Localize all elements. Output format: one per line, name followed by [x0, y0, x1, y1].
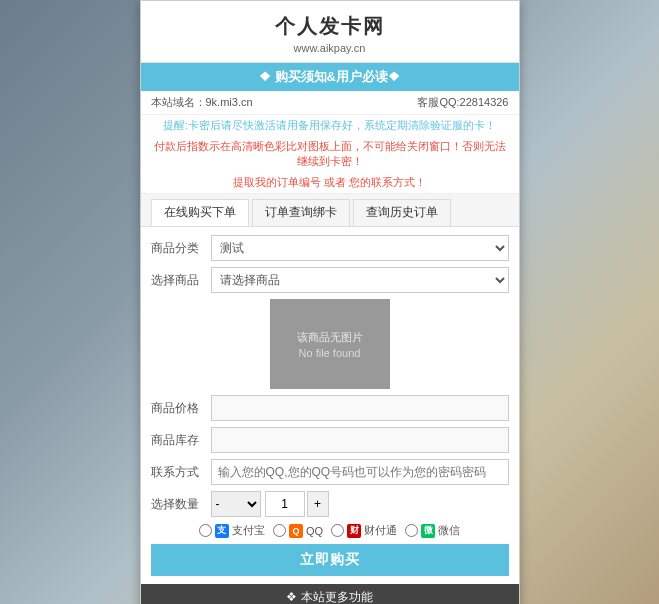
qty-plus-button[interactable]: + — [307, 491, 329, 517]
product-image-en: No file found — [299, 347, 361, 359]
wechat-icon: 微 — [421, 524, 435, 538]
cft-label: 财付通 — [364, 523, 397, 538]
stock-input[interactable] — [211, 427, 509, 453]
pay-option-wechat[interactable]: 微 微信 — [405, 523, 460, 538]
contact-input[interactable] — [211, 459, 509, 485]
product-label: 选择商品 — [151, 272, 211, 289]
tab-query-card[interactable]: 订单查询绑卡 — [252, 199, 350, 226]
center-panel: 个人发卡网 www.aikpay.cn ❖ 购买须知&用户必读❖ 本站域名：9k… — [140, 0, 520, 604]
qty-row: 选择数量 - + — [151, 491, 509, 517]
tab-history[interactable]: 查询历史订单 — [353, 199, 451, 226]
qq-label: QQ — [306, 525, 323, 537]
pay-radio-qq[interactable] — [273, 524, 286, 537]
notice-2: 付款后指数示在高清晰色彩比对图板上面，不可能给关闭窗口！否则无法继续到卡密！ — [141, 136, 519, 172]
stock-label: 商品库存 — [151, 432, 211, 449]
qq-icon: Q — [289, 524, 303, 538]
notice-1: 提醒:卡密后请尽快激活请用备用保存好，系统定期清除验证服的卡！ — [141, 115, 519, 136]
notice-3: 提取我的订单编号 或者 您的联系方式！ — [141, 172, 519, 194]
pay-methods: 支 支付宝 Q QQ 财 财付通 微 微信 — [151, 523, 509, 538]
form-body: 商品分类 测试 选择商品 请选择商品 该商品无图片 No file found … — [141, 227, 519, 584]
alipay-icon: 支 — [215, 524, 229, 538]
stock-row: 商品库存 — [151, 427, 509, 453]
wechat-label: 微信 — [438, 523, 460, 538]
alipay-label: 支付宝 — [232, 523, 265, 538]
site-title: 个人发卡网 — [141, 13, 519, 40]
pay-radio-alipay[interactable] — [199, 524, 212, 537]
pay-option-qq[interactable]: Q QQ — [273, 523, 323, 538]
product-select[interactable]: 请选择商品 — [211, 267, 509, 293]
functions-header: ❖ 本站更多功能 — [141, 584, 519, 604]
site-name-label: 本站域名：9k.mi3.cn — [151, 95, 253, 110]
qty-label: 选择数量 — [151, 496, 211, 513]
site-url: www.aikpay.cn — [141, 42, 519, 54]
info-bar: 本站域名：9k.mi3.cn 客服QQ:22814326 — [141, 91, 519, 115]
product-row: 选择商品 请选择商品 — [151, 267, 509, 293]
product-image-area: 该商品无图片 No file found — [270, 299, 390, 389]
cft-icon: 财 — [347, 524, 361, 538]
contact-row: 联系方式 — [151, 459, 509, 485]
pay-radio-wechat[interactable] — [405, 524, 418, 537]
page-wrapper: 个人发卡网 www.aikpay.cn ❖ 购买须知&用户必读❖ 本站域名：9k… — [0, 0, 659, 604]
price-label: 商品价格 — [151, 400, 211, 417]
qty-select[interactable]: - — [211, 491, 261, 517]
site-header: 个人发卡网 www.aikpay.cn — [141, 1, 519, 63]
product-image-cn: 该商品无图片 — [297, 330, 363, 345]
tabs-bar: 在线购买下单 订单查询绑卡 查询历史订单 — [141, 194, 519, 227]
category-label: 商品分类 — [151, 240, 211, 257]
purchase-header: ❖ 购买须知&用户必读❖ — [141, 63, 519, 91]
category-row: 商品分类 测试 — [151, 235, 509, 261]
qty-input[interactable] — [265, 491, 305, 517]
tab-purchase[interactable]: 在线购买下单 — [151, 199, 249, 226]
pay-radio-cft[interactable] — [331, 524, 344, 537]
price-input[interactable] — [211, 395, 509, 421]
buy-button[interactable]: 立即购买 — [151, 544, 509, 576]
price-row: 商品价格 — [151, 395, 509, 421]
contact-label: 联系方式 — [151, 464, 211, 481]
category-select[interactable]: 测试 — [211, 235, 509, 261]
pay-option-alipay[interactable]: 支 支付宝 — [199, 523, 265, 538]
pay-option-cft[interactable]: 财 财付通 — [331, 523, 397, 538]
contact-label: 客服QQ:22814326 — [417, 95, 508, 110]
